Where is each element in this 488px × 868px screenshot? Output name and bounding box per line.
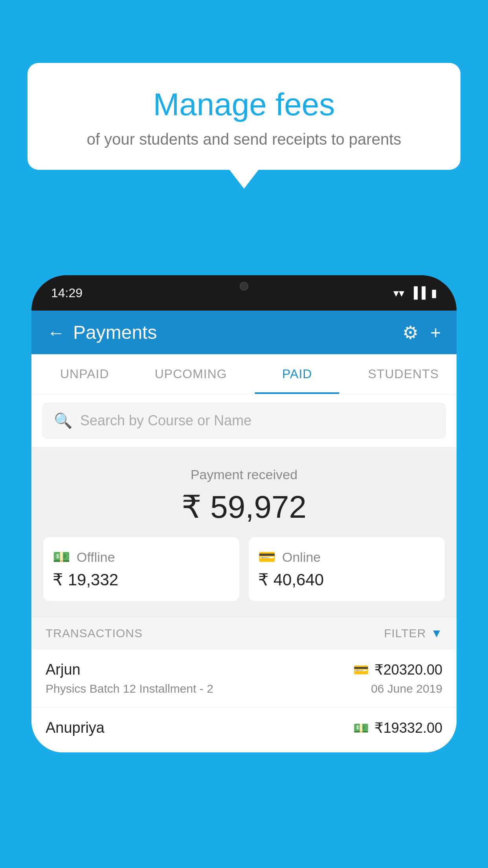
payment-cards: 💵 Offline ₹ 19,332 💳 Online ₹ 40,640	[43, 537, 445, 601]
app-header-title: Payments	[73, 322, 157, 343]
settings-icon[interactable]: ⚙	[402, 322, 418, 343]
phone-screen: ← Payments ⚙ + UNPAID UPCOMING PAID	[31, 311, 457, 752]
tab-paid[interactable]: PAID	[244, 354, 350, 394]
add-button[interactable]: +	[430, 322, 441, 343]
status-time: 14:29	[51, 286, 83, 300]
offline-card-header: 💵 Offline	[53, 549, 230, 565]
online-amount: ₹ 40,640	[258, 570, 435, 589]
filter-label: FILTER	[384, 627, 426, 640]
offline-label: Offline	[77, 550, 115, 565]
bubble-subtitle: of your students and send receipts to pa…	[47, 131, 441, 148]
offline-card: 💵 Offline ₹ 19,332	[43, 537, 239, 601]
student-name-arjun: Arjun	[46, 661, 81, 678]
search-container: 🔍 Search by Course or Name	[31, 394, 457, 447]
transactions-header: TRANSACTIONS FILTER ▼	[31, 617, 457, 649]
phone-device: 14:29 ▾▾ ▐▐ ▮ ← Payments ⚙ +	[31, 275, 457, 868]
student-name-anupriya: Anupriya	[46, 719, 105, 736]
amount-row-anupriya: 💵 ₹19332.00	[353, 720, 442, 736]
payment-received-amount: ₹ 59,972	[43, 489, 445, 525]
filter-container[interactable]: FILTER ▼	[384, 627, 442, 640]
payment-received-section: Payment received ₹ 59,972 💵 Offline ₹ 19…	[31, 447, 457, 617]
card-payment-icon: 💳	[353, 662, 369, 677]
tab-unpaid[interactable]: UNPAID	[31, 354, 138, 394]
filter-icon: ▼	[431, 627, 442, 640]
transaction-item-arjun[interactable]: Arjun 💳 ₹20320.00 Physics Batch 12 Insta…	[31, 649, 457, 708]
transaction-row2: Physics Batch 12 Installment - 2 06 June…	[46, 682, 442, 695]
phone-outer: 14:29 ▾▾ ▐▐ ▮ ← Payments ⚙ +	[31, 275, 457, 752]
online-label: Online	[282, 550, 321, 565]
speech-bubble: Manage fees of your students and send re…	[28, 63, 460, 170]
back-button[interactable]: ←	[47, 322, 65, 343]
signal-icon: ▐▐	[410, 287, 426, 299]
tab-upcoming[interactable]: UPCOMING	[138, 354, 244, 394]
search-placeholder: Search by Course or Name	[80, 412, 251, 429]
transaction-row1: Arjun 💳 ₹20320.00	[46, 661, 442, 678]
course-arjun: Physics Batch 12 Installment - 2	[46, 682, 213, 695]
search-bar[interactable]: 🔍 Search by Course or Name	[42, 403, 446, 438]
bubble-title: Manage fees	[47, 86, 441, 123]
payment-received-label: Payment received	[43, 467, 445, 482]
wifi-icon: ▾▾	[393, 287, 404, 300]
header-right: ⚙ +	[402, 322, 441, 343]
status-bar: 14:29 ▾▾ ▐▐ ▮	[31, 275, 457, 311]
header-left: ← Payments	[47, 322, 157, 343]
battery-icon: ▮	[431, 287, 437, 300]
status-icons: ▾▾ ▐▐ ▮	[393, 287, 437, 300]
online-card-header: 💳 Online	[258, 549, 435, 565]
date-arjun: 06 June 2019	[371, 682, 442, 695]
transaction-row1-anupriya: Anupriya 💵 ₹19332.00	[46, 719, 442, 736]
amount-anupriya: ₹19332.00	[374, 720, 442, 736]
amount-row-arjun: 💳 ₹20320.00	[353, 662, 442, 678]
cash-icon: 💵	[53, 549, 70, 565]
notch	[216, 275, 272, 297]
cash-payment-icon: 💵	[353, 721, 369, 736]
tab-students[interactable]: STUDENTS	[350, 354, 457, 394]
search-icon: 🔍	[54, 412, 72, 429]
transactions-label: TRANSACTIONS	[46, 627, 143, 640]
app-header: ← Payments ⚙ +	[31, 311, 457, 354]
online-card: 💳 Online ₹ 40,640	[249, 537, 445, 601]
camera	[240, 282, 248, 291]
transaction-item-anupriya[interactable]: Anupriya 💵 ₹19332.00	[31, 708, 457, 752]
amount-arjun: ₹20320.00	[374, 662, 442, 678]
card-icon: 💳	[258, 549, 276, 565]
tabs-bar: UNPAID UPCOMING PAID STUDENTS	[31, 354, 457, 394]
offline-amount: ₹ 19,332	[53, 570, 230, 589]
